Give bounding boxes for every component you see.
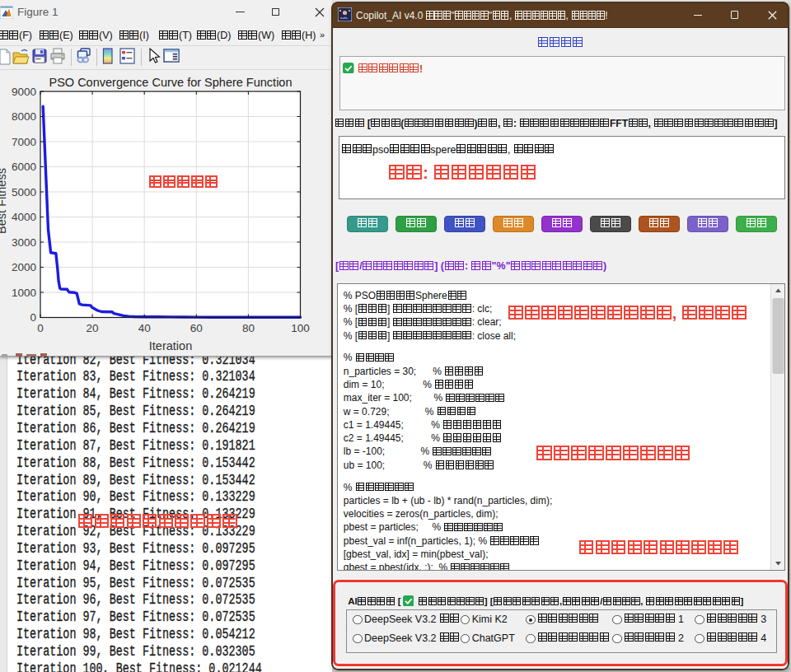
svg-text:20: 20 — [87, 322, 99, 334]
svg-text:Best Fitness: Best Fitness — [0, 168, 8, 234]
svg-text:6000: 6000 — [12, 161, 36, 173]
svg-text:3000: 3000 — [12, 236, 36, 249]
svg-text:5000: 5000 — [12, 186, 36, 198]
svg-text:9000: 9000 — [12, 86, 36, 98]
svg-text:100: 100 — [291, 322, 310, 334]
svg-text:2000: 2000 — [12, 261, 36, 273]
svg-text:0: 0 — [37, 322, 44, 334]
svg-text:80: 80 — [242, 322, 255, 334]
svg-text:PSO Convergence Curve for Sphe: PSO Convergence Curve for Sphere Functio… — [49, 76, 293, 89]
svg-text:40: 40 — [138, 322, 151, 334]
svg-text:4000: 4000 — [12, 211, 36, 223]
svg-text:60: 60 — [190, 322, 203, 334]
svg-text:7000: 7000 — [12, 136, 36, 148]
svg-text:0: 0 — [30, 311, 36, 324]
svg-text:1000: 1000 — [12, 287, 36, 299]
svg-text:8000: 8000 — [12, 110, 36, 123]
svg-text:Iteration: Iteration — [149, 339, 192, 352]
